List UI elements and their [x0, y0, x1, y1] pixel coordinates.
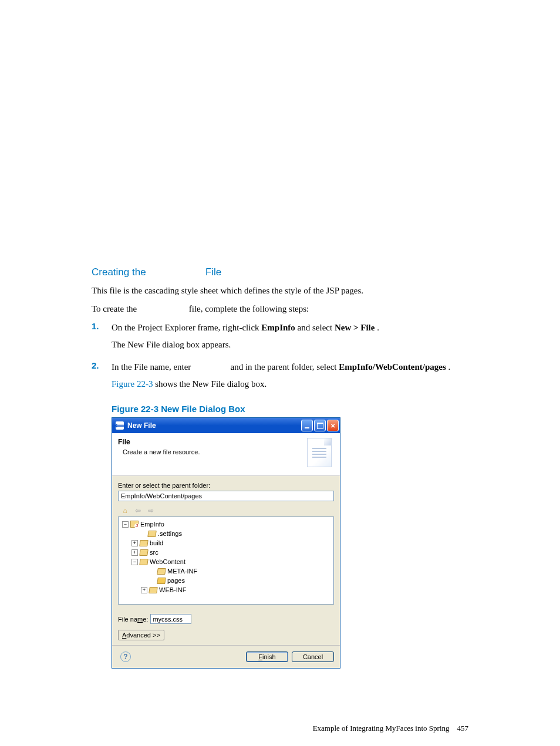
folder-icon: [139, 540, 149, 546]
folder-icon: [157, 578, 166, 584]
minimize-button[interactable]: [301, 420, 313, 431]
section-heading: Creating the mycss.css File: [92, 266, 467, 278]
step-1: 1. On the Project Explorer frame, right-…: [92, 321, 467, 356]
page-number: 457: [457, 724, 469, 733]
cancel-button[interactable]: Cancel: [292, 652, 334, 662]
file-name-input[interactable]: [150, 614, 191, 624]
heading-pre: Creating the: [92, 266, 149, 278]
step-1-line-2: The New File dialog box appears.: [112, 338, 467, 352]
step-2: 2. In the File name, enter mycss.css and…: [92, 360, 467, 395]
folder-icon: [139, 559, 149, 565]
new-file-dialog: ⟸ New File ✕ File Create a new file reso…: [112, 417, 340, 669]
step-number: 2.: [92, 360, 112, 395]
finish-button[interactable]: Finish: [246, 652, 288, 662]
page-footer: Example of Integrating MyFaces into Spri…: [313, 724, 468, 733]
advanced-button[interactable]: Advanced >>: [118, 630, 164, 640]
home-icon[interactable]: ⌂: [120, 506, 130, 515]
tree-node-webcontent[interactable]: − WebContent: [120, 557, 332, 566]
expand-icon[interactable]: +: [131, 540, 138, 546]
figure-caption: Figure 22-3 New File Dialog Box: [112, 404, 467, 414]
expand-icon[interactable]: +: [131, 549, 138, 556]
tree-node-empinfo[interactable]: − EmpInfo: [120, 519, 332, 529]
folder-icon: [139, 549, 149, 556]
maximize-button[interactable]: [314, 420, 326, 431]
step-1-line-1: On the Project Explorer frame, right-cli…: [112, 321, 467, 335]
back-icon[interactable]: ⇦: [133, 506, 143, 515]
help-icon[interactable]: ?: [120, 652, 131, 662]
titlebar[interactable]: ⟸ New File ✕: [112, 418, 340, 433]
steps-list: 1. On the Project Explorer frame, right-…: [92, 321, 467, 394]
forward-icon[interactable]: ⇨: [146, 506, 156, 515]
tree-node-settings[interactable]: .settings: [120, 529, 332, 538]
folder-icon: [149, 587, 158, 593]
folder-tree[interactable]: − EmpInfo .settings + build + s: [118, 517, 334, 605]
collapse-icon[interactable]: −: [122, 521, 129, 528]
collapse-icon[interactable]: −: [131, 559, 138, 565]
figure-link[interactable]: Figure 22-3: [112, 379, 153, 389]
parent-folder-input[interactable]: [118, 491, 334, 501]
step-2-line-2: Figure 22-3 shows the New File dialog bo…: [112, 377, 467, 391]
step-2-line-1: In the File name, enter mycss.css and in…: [112, 360, 467, 374]
step-number: 1.: [92, 321, 112, 356]
expand-icon[interactable]: +: [141, 587, 147, 593]
tree-node-build[interactable]: + build: [120, 538, 332, 548]
project-icon: [130, 521, 139, 528]
window-title: New File: [127, 421, 301, 430]
heading-post: File: [205, 266, 221, 278]
tree-node-src[interactable]: + src: [120, 548, 332, 557]
parent-folder-label: Enter or select the parent folder:: [118, 482, 334, 489]
tree-node-metainf[interactable]: META-INF: [120, 566, 332, 576]
folder-icon: [157, 568, 166, 575]
banner-description: Create a new file resource.: [118, 448, 200, 455]
file-name-label: File name:: [118, 616, 148, 623]
folder-icon: [147, 531, 157, 537]
file-icon: [307, 438, 332, 467]
banner-title: File: [118, 438, 200, 446]
dialog-banner: File Create a new file resource.: [112, 433, 340, 476]
close-button[interactable]: ✕: [327, 420, 339, 431]
tree-node-webinf[interactable]: + WEB-INF: [120, 585, 332, 595]
tree-node-pages[interactable]: pages: [120, 576, 332, 585]
tree-nav-icons: ⌂ ⇦ ⇨: [118, 505, 334, 517]
to-create-text: To create the mycss.css file, complete t…: [92, 302, 467, 317]
eclipse-icon: ⟸: [116, 421, 124, 430]
intro-text: This file is the cascading style sheet w…: [92, 284, 467, 298]
